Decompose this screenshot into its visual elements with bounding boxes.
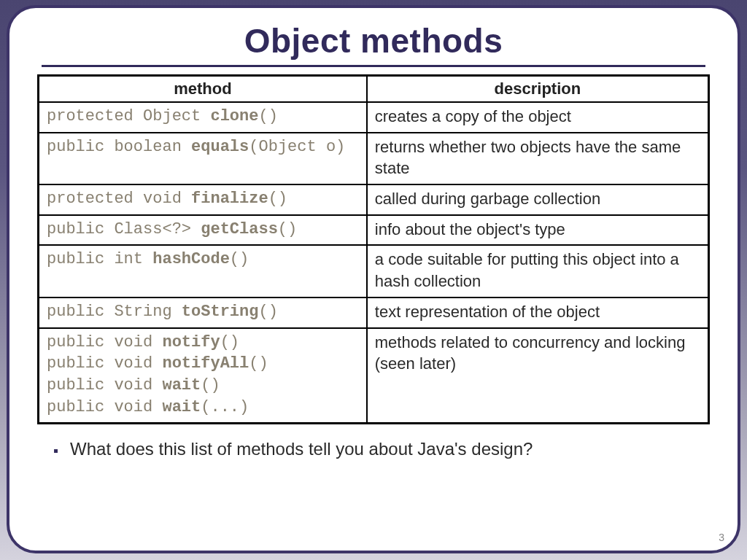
slide-frame: Object methods method description protec… bbox=[7, 5, 740, 553]
method-description-cell: methods related to concurrency and locki… bbox=[367, 328, 709, 424]
method-name: clone bbox=[210, 107, 258, 125]
slide-title: Object methods bbox=[37, 21, 710, 61]
method-name: hashCode bbox=[152, 250, 230, 268]
discussion-question: ▪ What does this list of methods tell yo… bbox=[53, 439, 710, 462]
table-row: public int hashCode()a code suitable for… bbox=[39, 245, 709, 297]
method-signature: public void notify() bbox=[47, 332, 359, 354]
page-number: 3 bbox=[719, 532, 724, 543]
method-signature: public void wait(...) bbox=[47, 397, 359, 419]
method-signature: public String toString() bbox=[47, 301, 359, 323]
method-name: getClass bbox=[201, 220, 278, 238]
signature-prefix: public String bbox=[47, 303, 182, 321]
method-name: wait bbox=[162, 376, 201, 394]
signature-prefix: public void bbox=[47, 398, 162, 416]
bullet-icon: ▪ bbox=[53, 439, 58, 462]
method-description-cell: info about the object's type bbox=[367, 215, 709, 246]
method-description-cell: called during garbage collection bbox=[367, 184, 709, 215]
table-row: public void notify()public void notifyAl… bbox=[39, 328, 709, 424]
table-row: public Class<?> getClass()info about the… bbox=[39, 215, 709, 246]
signature-suffix: () bbox=[278, 220, 297, 238]
method-name: notifyAll bbox=[162, 354, 249, 373]
method-name: wait bbox=[162, 398, 201, 416]
method-signature-cell: protected Object clone() bbox=[39, 102, 367, 133]
method-description-cell: creates a copy of the object bbox=[367, 102, 709, 133]
methods-table: method description protected Object clon… bbox=[37, 74, 710, 424]
signature-suffix: () bbox=[230, 250, 249, 268]
question-text: What does this list of methods tell you … bbox=[70, 439, 533, 459]
method-signature-cell: public Class<?> getClass() bbox=[39, 215, 367, 246]
method-name: notify bbox=[162, 333, 220, 351]
method-signature: public void notifyAll() bbox=[47, 353, 359, 375]
signature-prefix: public Class<?> bbox=[47, 220, 201, 238]
table-row: protected Object clone()creates a copy o… bbox=[39, 102, 709, 133]
header-method: method bbox=[39, 76, 367, 103]
table-row: public String toString()text representat… bbox=[39, 298, 709, 328]
method-signature-cell: public int hashCode() bbox=[39, 245, 367, 297]
title-rule bbox=[42, 65, 705, 67]
method-signature: public boolean equals(Object o) bbox=[47, 136, 359, 158]
signature-suffix: () bbox=[249, 354, 268, 373]
header-description: description bbox=[367, 76, 709, 103]
method-signature: protected Object clone() bbox=[47, 106, 359, 128]
method-signature: public Class<?> getClass() bbox=[47, 219, 359, 241]
signature-prefix: public void bbox=[47, 376, 162, 394]
signature-suffix: () bbox=[201, 376, 220, 394]
method-signature-cell: public boolean equals(Object o) bbox=[39, 133, 367, 184]
signature-suffix: () bbox=[258, 107, 277, 125]
signature-prefix: protected void bbox=[47, 190, 191, 208]
table-header-row: method description bbox=[39, 76, 709, 103]
table-row: protected void finalize()called during g… bbox=[39, 184, 709, 215]
signature-suffix: () bbox=[220, 333, 239, 351]
signature-suffix: () bbox=[258, 303, 277, 321]
method-signature-cell: protected void finalize() bbox=[39, 184, 367, 215]
signature-suffix: (Object o) bbox=[249, 138, 345, 156]
signature-suffix: () bbox=[268, 190, 287, 208]
method-name: finalize bbox=[191, 190, 268, 208]
signature-prefix: public void bbox=[47, 354, 162, 373]
method-description-cell: returns whether two objects have the sam… bbox=[367, 133, 709, 184]
method-description-cell: text representation of the object bbox=[367, 298, 709, 328]
method-signature: protected void finalize() bbox=[47, 188, 359, 210]
method-name: equals bbox=[191, 138, 249, 156]
method-signature: public void wait() bbox=[47, 375, 359, 397]
signature-prefix: public boolean bbox=[47, 138, 191, 156]
method-name: toString bbox=[182, 303, 259, 321]
method-description-cell: a code suitable for putting this object … bbox=[367, 245, 709, 297]
signature-suffix: (...) bbox=[201, 398, 249, 416]
method-signature-cell: public String toString() bbox=[39, 298, 367, 328]
method-signature: public int hashCode() bbox=[47, 249, 359, 271]
signature-prefix: public int bbox=[47, 250, 152, 268]
table-row: public boolean equals(Object o)returns w… bbox=[39, 133, 709, 184]
signature-prefix: public void bbox=[47, 333, 162, 351]
signature-prefix: protected Object bbox=[47, 107, 210, 125]
method-signature-cell: public void notify()public void notifyAl… bbox=[39, 328, 367, 424]
